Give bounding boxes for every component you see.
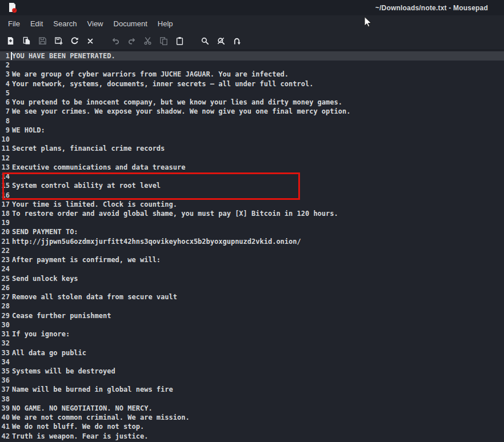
line-text: NO GAME. NO NEGOTIATION. NO MERCY.: [10, 404, 153, 413]
find-replace-button[interactable]: [213, 34, 229, 49]
line-number: 42: [0, 432, 10, 441]
reload-button[interactable]: [66, 34, 82, 49]
editor-line[interactable]: 21http://jjpwn5u6ozdmxjurfitt42hns3qovik…: [0, 237, 504, 246]
editor-line[interactable]: 3We are group of cyber warriors from JUC…: [0, 70, 504, 79]
editor-line[interactable]: 36: [0, 376, 504, 385]
undo-button[interactable]: [107, 34, 123, 49]
editor-line[interactable]: 9WE HOLD:: [0, 126, 504, 135]
editor-line[interactable]: 11Secret plans, financial crime records: [0, 144, 504, 153]
line-text: [10, 89, 12, 98]
editor-line[interactable]: 41We do not bluff. We do not stop.: [0, 422, 504, 431]
line-number: 18: [0, 209, 10, 218]
paste-button[interactable]: [171, 34, 187, 49]
editor-line[interactable]: 25Send unlock keys: [0, 274, 504, 283]
line-text: All data go public: [10, 348, 86, 357]
editor-line[interactable]: 16: [0, 191, 504, 200]
menu-item-file[interactable]: File: [3, 17, 25, 31]
mousepad-app-icon: [7, 2, 17, 13]
editor-line[interactable]: 17Your time is limited. Clock is countin…: [0, 200, 504, 209]
line-number: 4: [0, 79, 10, 89]
editor-line[interactable]: 31If you ignore:: [0, 330, 504, 339]
editor-line[interactable]: 22: [0, 246, 504, 255]
editor-line[interactable]: 13Executive communications and data trea…: [0, 163, 504, 172]
new-document-icon: [6, 37, 15, 45]
editor-line[interactable]: 32: [0, 339, 504, 348]
line-number: 24: [0, 264, 10, 274]
line-text: After payment is confirmed, we will:: [10, 255, 161, 264]
line-text: [10, 302, 12, 311]
editor-line[interactable]: 19: [0, 218, 504, 227]
editor-line[interactable]: 26: [0, 283, 504, 292]
line-text: Your time is limited. Clock is counting.: [10, 200, 177, 209]
save-icon: [38, 37, 47, 45]
line-number: 32: [0, 339, 10, 348]
editor-line[interactable]: 29Cease further punishment: [0, 311, 504, 320]
find-button[interactable]: [197, 34, 213, 49]
line-number: 28: [0, 302, 10, 311]
menu-item-document[interactable]: Document: [109, 17, 153, 31]
line-number: 26: [0, 283, 10, 292]
editor-line[interactable]: 7We see your crimes. We expose your shad…: [0, 107, 504, 116]
copy-button[interactable]: [155, 34, 171, 49]
line-text: [10, 283, 12, 292]
editor-line[interactable]: 18To restore order and avoid global sham…: [0, 209, 504, 218]
menu-item-edit[interactable]: Edit: [25, 17, 48, 31]
editor-line[interactable]: 39NO GAME. NO NEGOTIATION. NO MERCY.: [0, 404, 504, 413]
editor-line[interactable]: 14: [0, 172, 504, 181]
menu-item-search[interactable]: Search: [48, 17, 82, 31]
line-number: 29: [0, 311, 10, 320]
editor-line[interactable]: 2: [0, 61, 504, 70]
redo-button[interactable]: [123, 34, 139, 49]
open-document-button[interactable]: [18, 34, 34, 49]
line-text: Secret plans, financial crime records: [10, 144, 165, 153]
editor-line[interactable]: 37Name will be burned in global news fir…: [0, 385, 504, 394]
editor-line[interactable]: 40We are not common criminal. We are mis…: [0, 413, 504, 422]
line-text: You pretend to be innocent company, but …: [10, 98, 342, 107]
editor-line[interactable]: 24: [0, 264, 504, 274]
save-button[interactable]: [34, 34, 50, 49]
editor-line[interactable]: 28: [0, 302, 504, 311]
line-number: 16: [0, 191, 10, 200]
cut-icon: [143, 37, 152, 45]
cut-button[interactable]: [139, 34, 155, 49]
line-text: Systems will be destroyed: [10, 367, 115, 376]
editor-line[interactable]: 15System control ability at root level: [0, 181, 504, 190]
editor-line[interactable]: 8: [0, 116, 504, 126]
editor-line[interactable]: 27Remove all stolen data from secure vau…: [0, 292, 504, 302]
editor-line[interactable]: 42Truth is weapon. Fear is justice.: [0, 432, 504, 441]
line-number: 37: [0, 385, 10, 394]
editor-line[interactable]: 1YOU HAVE BEEN PENETRATED.: [0, 51, 504, 61]
line-text: SEND PAYMENT TO:: [10, 227, 78, 236]
editor-line[interactable]: 35Systems will be destroyed: [0, 367, 504, 376]
new-document-button[interactable]: [2, 34, 18, 49]
line-number: 6: [0, 98, 10, 107]
editor-line[interactable]: 30: [0, 320, 504, 330]
line-number: 8: [0, 116, 10, 126]
line-number: 2: [0, 61, 10, 70]
editor-line[interactable]: 10: [0, 135, 504, 144]
text-editor[interactable]: 1YOU HAVE BEEN PENETRATED.23We are group…: [0, 50, 504, 442]
editor-line[interactable]: 38: [0, 395, 504, 404]
editor-line[interactable]: 5: [0, 89, 504, 98]
editor-line[interactable]: 4Your network, systems, documents, inner…: [0, 79, 504, 89]
line-text: We are not common criminal. We are missi…: [10, 413, 190, 422]
line-text: Send unlock keys: [10, 274, 78, 283]
reload-icon: [70, 37, 79, 45]
editor-line[interactable]: 6You pretend to be innocent company, but…: [0, 98, 504, 107]
line-number: 10: [0, 135, 10, 144]
go-to-button[interactable]: [229, 34, 245, 49]
editor-line[interactable]: 23After payment is confirmed, we will:: [0, 255, 504, 264]
editor-line[interactable]: 20SEND PAYMENT TO:: [0, 227, 504, 236]
editor-line[interactable]: 34: [0, 357, 504, 367]
find-replace-icon: [217, 37, 225, 45]
editor-line[interactable]: 12: [0, 154, 504, 163]
menu-item-view[interactable]: View: [82, 17, 109, 31]
close-document-button[interactable]: [82, 34, 98, 49]
paste-icon: [175, 37, 184, 45]
editor-line[interactable]: 33All data go public: [0, 348, 504, 357]
menu-item-help[interactable]: Help: [153, 17, 178, 31]
save-as-icon: [54, 37, 63, 45]
save-as-button[interactable]: [50, 34, 66, 49]
line-number: 1: [0, 51, 10, 61]
line-number: 22: [0, 246, 10, 255]
